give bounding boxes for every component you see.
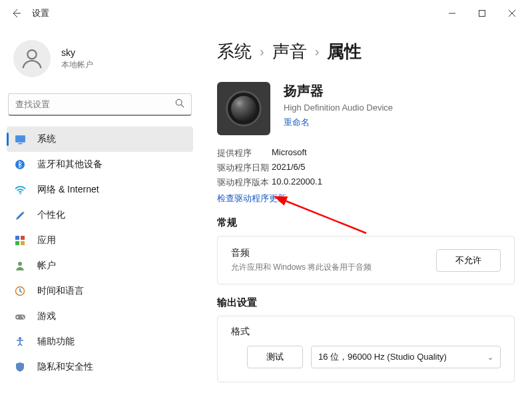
audio-sub: 允许应用和 Windows 将此设备用于音频 (231, 262, 436, 273)
apps-icon (13, 234, 27, 247)
shield-icon (13, 360, 27, 374)
svg-point-5 (176, 99, 182, 105)
breadcrumb-sound[interactable]: 声音 (272, 40, 307, 63)
sidebar-item-personalization[interactable]: 个性化 (7, 202, 193, 228)
sidebar-item-privacy[interactable]: 隐私和安全性 (7, 354, 193, 380)
accessibility-icon (13, 335, 27, 348)
check-driver-update-link[interactable]: 检查驱动程序更新 (217, 193, 286, 203)
search-input[interactable] (8, 93, 192, 116)
svg-point-18 (21, 315, 23, 316)
sidebar-item-label: 帐户 (37, 260, 56, 272)
spec-date-value: 2021/6/5 (272, 162, 515, 174)
sidebar-item-label: 时间和语言 (37, 285, 84, 297)
disallow-button[interactable]: 不允许 (436, 249, 501, 272)
sidebar-item-accounts[interactable]: 帐户 (7, 253, 193, 278)
svg-rect-7 (15, 135, 25, 143)
sidebar-item-label: 应用 (37, 234, 56, 246)
sidebar-item-label: 蓝牙和其他设备 (37, 159, 103, 171)
test-button[interactable]: 测试 (247, 346, 303, 368)
breadcrumb-current: 属性 (327, 40, 362, 63)
svg-rect-1 (479, 11, 485, 17)
sidebar-item-gaming[interactable]: 游戏 (7, 304, 193, 329)
section-output: 输出设置 (217, 296, 515, 309)
svg-point-4 (27, 50, 36, 59)
format-title: 格式 (231, 326, 501, 338)
format-selected: 16 位，96000 Hz (Studio Quality) (318, 351, 447, 363)
format-select[interactable]: 16 位，96000 Hz (Studio Quality) ⌄ (311, 346, 501, 368)
display-icon (13, 133, 27, 146)
maximize-button[interactable] (467, 3, 497, 24)
rename-link[interactable]: 重命名 (284, 117, 310, 127)
sidebar-item-apps[interactable]: 应用 (7, 228, 193, 253)
sidebar-item-label: 游戏 (37, 310, 56, 322)
spec-provider-value: Microsoft (272, 147, 515, 159)
breadcrumb-system[interactable]: 系统 (217, 40, 252, 63)
sidebar-item-time-language[interactable]: 时间和语言 (7, 278, 193, 304)
gamepad-icon (13, 310, 27, 323)
sidebar-item-label: 辅助功能 (37, 336, 75, 348)
svg-rect-8 (18, 143, 22, 144)
svg-point-19 (23, 317, 24, 318)
speaker-icon (217, 82, 270, 135)
svg-rect-14 (21, 241, 25, 245)
sidebar-item-network[interactable]: 网络 & Internet (7, 177, 193, 202)
spec-version-label: 驱动程序版本 (217, 177, 272, 189)
audio-card: 音频 允许应用和 Windows 将此设备用于音频 不允许 (217, 236, 515, 284)
svg-rect-12 (21, 236, 25, 240)
sidebar-item-bluetooth[interactable]: 蓝牙和其他设备 (7, 152, 193, 177)
chevron-down-icon: ⌄ (487, 353, 493, 362)
chevron-right-icon: › (315, 44, 320, 59)
svg-line-6 (181, 105, 184, 107)
sidebar-item-accessibility[interactable]: 辅助功能 (7, 329, 193, 354)
minimize-button[interactable] (437, 3, 467, 24)
avatar (13, 40, 51, 77)
bluetooth-icon (13, 158, 27, 171)
user-account-type: 本地帐户 (61, 59, 93, 71)
device-name: 扬声器 (284, 82, 393, 100)
svg-point-15 (18, 262, 22, 266)
sidebar-item-label: 隐私和安全性 (37, 361, 93, 373)
wifi-icon (13, 183, 27, 196)
audio-title: 音频 (231, 247, 436, 259)
window-title: 设置 (32, 7, 49, 19)
sidebar-item-label: 个性化 (37, 209, 65, 221)
sidebar-item-label: 系统 (37, 133, 56, 145)
svg-point-20 (19, 337, 21, 340)
close-button[interactable] (497, 3, 527, 24)
back-button[interactable] (5, 3, 27, 24)
spec-date-label: 驱动程序日期 (217, 162, 272, 174)
user-name: sky (61, 47, 93, 58)
svg-rect-11 (15, 236, 19, 240)
svg-point-10 (19, 193, 21, 194)
svg-rect-13 (15, 241, 19, 245)
sidebar-item-label: 网络 & Internet (37, 184, 99, 196)
search-icon (175, 99, 184, 110)
format-card: 格式 测试 16 位，96000 Hz (Studio Quality) ⌄ (217, 316, 515, 382)
chevron-right-icon: › (260, 44, 264, 59)
spec-version-value: 10.0.22000.1 (272, 177, 515, 189)
spec-provider-label: 提供程序 (217, 147, 272, 159)
breadcrumb: 系统 › 声音 › 属性 (217, 40, 515, 63)
person-icon (13, 259, 27, 272)
clock-icon (13, 284, 27, 298)
device-subtitle: High Definition Audio Device (284, 103, 393, 113)
section-general: 常规 (217, 216, 515, 229)
brush-icon (13, 208, 27, 222)
sidebar-item-system[interactable]: 系统 (7, 127, 193, 152)
